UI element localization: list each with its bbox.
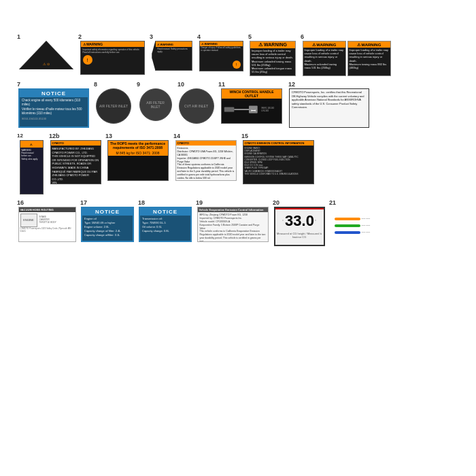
winch-header: WINCH CONTROL HANDLE OUTLET	[222, 89, 282, 99]
label-item-8: 8 AIR FILTER INLET	[94, 82, 133, 124]
label-item-22: 21 ── ── ── ── ── ──	[329, 200, 375, 244]
label-item-4: 4 ⚠ WARNING Danger of injury. Follow all…	[197, 34, 245, 71]
rops-header: The ROPS meets the performance requireme…	[108, 141, 168, 150]
green-line	[335, 224, 360, 227]
label-item-9: 9 AIR FILTER INLET	[137, 82, 174, 121]
svg-text:⚠ ⊙: ⚠ ⊙	[43, 62, 49, 66]
notice-header: NOTICE	[20, 90, 88, 97]
label-item-21: 20 ° 33.0 ° Measured at CG height / Meas…	[273, 200, 326, 246]
label-item-20: 19 Vehicle Evaporative Emission Control …	[196, 200, 269, 242]
page-container: 1 ⚠ ⊙ 2 ⚠ WARNING Important safety infor…	[0, 0, 476, 476]
tilt-header	[275, 208, 324, 209]
label-item-17: 16 VACUUM HOSE ROUTING ENGINE INTAKECANI…	[17, 200, 77, 242]
label-item-5: 5 ⚠ WARNING Improper loading of a traile…	[248, 34, 297, 76]
label-item-15: 14 CFMOTO Emissions Distributor: CFMOTO …	[173, 133, 238, 181]
label-item-2: 2 ⚠ WARNING Important safety information…	[78, 34, 146, 75]
svg-text:⟷: ⟷	[251, 108, 256, 112]
label-item-10: 10 CVT AIR INLET	[177, 82, 215, 124]
label-item-3: 3 ⚠ WARNING Read manual. Safety precauti…	[150, 34, 194, 71]
label-item-1: 1 ⚠ ⊙	[17, 34, 75, 69]
notice-sm-header: NOTICE	[82, 208, 133, 216]
label-item-12b: 12 ⚠ WARNINGRead manualbefore use.Safety…	[17, 133, 46, 194]
svg-rect-2	[224, 107, 234, 112]
rops-main-text	[108, 156, 168, 158]
label-item-14: 13 The ROPS meets the performance requir…	[105, 133, 170, 181]
label-item-7: 7 NOTICE Check engine oil every 500 kilo…	[17, 82, 90, 128]
label-item-11: 11 WINCH CONTROL HANDLE OUTLET ⟷ 9MY0-19…	[218, 82, 285, 124]
label-item-19: 18 NOTICE Transmission oil: Type: 75W/90…	[138, 200, 192, 242]
blue-line	[335, 231, 360, 234]
label-item-13: 12b CFMOTO MANUFACTURED BY: ZHEJIANG CFM…	[49, 133, 102, 184]
notice-sm2-body: Transmission oil: Type: 75W/90 GL-5 Oil …	[140, 216, 190, 235]
label-item-6: 6 ⚠ WARNING Improper loading of a traile…	[301, 34, 392, 76]
notice-body: Check engine oil every 500 kilometers (3…	[20, 97, 88, 117]
label-item-16: 15 CFMOTO EMISSION CONTROL INFORMATION E…	[241, 133, 315, 184]
tilt-value: 33.0	[285, 211, 314, 231]
notice-sm2-header: NOTICE	[140, 208, 190, 216]
label-item-18: 17 NOTICE Engine oil Type: 5W/40 4S or h…	[80, 200, 135, 242]
orange-line	[335, 218, 360, 220]
notice-sm-body: Engine oil Type: 5W/40 4S or higher Engi…	[82, 216, 133, 239]
label-item-12: 12 CFMOTO Powersports, Inc. certifies th…	[288, 82, 370, 128]
cert-body: CFMOTO Powersports, Inc. certifies that …	[290, 89, 369, 111]
